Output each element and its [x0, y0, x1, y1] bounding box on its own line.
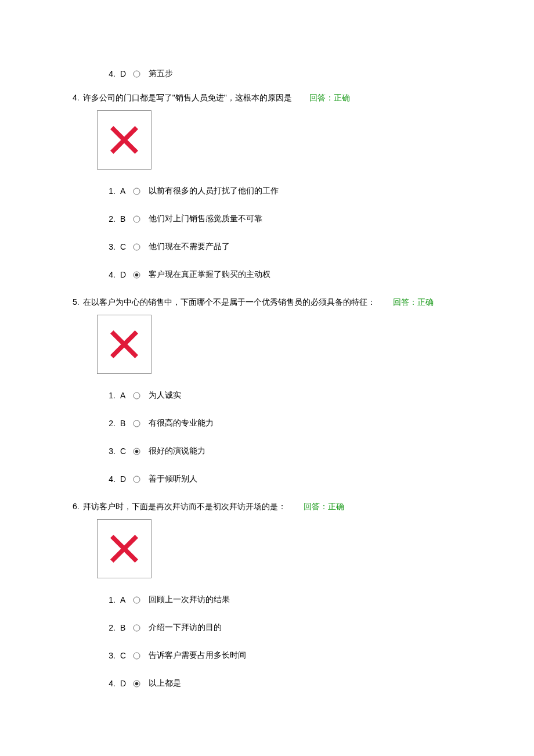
- option-letter: D: [120, 474, 128, 484]
- svg-point-14: [134, 476, 140, 483]
- cross-icon: [97, 519, 151, 578]
- svg-point-7: [135, 273, 139, 276]
- option-number: 3.: [100, 447, 116, 456]
- option-text: 他们现在不需要产品了: [149, 242, 230, 252]
- answer-status: 回答：正确: [309, 93, 350, 103]
- option-number: 4.: [100, 69, 116, 78]
- option-text: 善于倾听别人: [149, 474, 197, 484]
- question-number: 4.: [73, 93, 80, 102]
- svg-point-18: [134, 625, 140, 631]
- radio-unselected[interactable]: [133, 70, 140, 78]
- radio-unselected[interactable]: [133, 243, 140, 251]
- option-text: 第五步: [149, 69, 173, 79]
- option-letter: C: [120, 242, 128, 251]
- option-row: 3.C他们现在不需要产品了: [100, 242, 461, 252]
- svg-point-0: [134, 71, 140, 77]
- option-letter: A: [120, 186, 128, 196]
- questions-container: 4.许多公司的门口都是写了"销售人员免进"，这根本的原因是回答：正确1.A以前有…: [73, 93, 461, 689]
- option-number: 1.: [100, 595, 116, 604]
- option-letter: B: [120, 623, 128, 632]
- option-row: 4.D以上都是: [100, 678, 461, 689]
- option-number: 2.: [100, 214, 116, 224]
- option-row: 4.D善于倾听别人: [100, 474, 461, 484]
- option-text: 以上都是: [149, 678, 181, 689]
- option-row: 2.B介绍一下拜访的目的: [100, 622, 461, 633]
- svg-point-3: [134, 188, 140, 195]
- radio-unselected[interactable]: [133, 476, 140, 483]
- question-text: 许多公司的门口都是写了"销售人员免进"，这根本的原因是: [83, 93, 292, 103]
- option-text: 他们对上门销售感觉质量不可靠: [149, 214, 262, 224]
- radio-unselected[interactable]: [133, 624, 140, 632]
- radio-selected[interactable]: [133, 448, 140, 455]
- options-list: 1.A回顾上一次拜访的结果2.B介绍一下拜访的目的3.C告诉客户需要占用多长时间…: [100, 595, 461, 689]
- options-list: 1.A为人诚实2.B有很高的专业能力3.C很好的演说能力4.D善于倾听别人: [100, 390, 461, 484]
- radio-unselected[interactable]: [133, 652, 140, 660]
- option-number: 2.: [100, 623, 116, 632]
- option-number: 4.: [100, 474, 116, 484]
- question-text: 在以客户为中心的销售中，下面哪个不是属于一个优秀销售员的必须具备的特征：: [83, 297, 376, 308]
- option-letter: A: [120, 595, 128, 604]
- option-number: 4.: [100, 679, 116, 688]
- option-letter: D: [120, 69, 128, 78]
- option-number: 3.: [100, 242, 116, 251]
- radio-unselected[interactable]: [133, 188, 140, 195]
- svg-point-19: [134, 653, 140, 659]
- option-letter: B: [120, 214, 128, 224]
- option-text: 很好的演说能力: [149, 446, 205, 456]
- svg-point-11: [134, 420, 140, 427]
- option-number: 3.: [100, 651, 116, 660]
- option-row: 1.A以前有很多的人员打扰了他们的工作: [100, 186, 461, 196]
- prev-question-option-d: 4. D 第五步: [100, 69, 461, 79]
- question-number: 5.: [73, 297, 80, 307]
- question-text: 拜访客户时，下面是再次拜访而不是初次拜访开场的是：: [83, 502, 286, 512]
- svg-point-17: [134, 597, 140, 603]
- option-number: 4.: [100, 270, 116, 279]
- question-number: 6.: [73, 502, 80, 511]
- option-letter: D: [120, 270, 128, 279]
- option-row: 2.B有很高的专业能力: [100, 418, 461, 429]
- page: 4. D 第五步 4.许多公司的门口都是写了"销售人员免进"，这根本的原因是回答…: [0, 0, 534, 741]
- radio-unselected[interactable]: [133, 596, 140, 604]
- cross-icon: [97, 110, 151, 170]
- radio-unselected[interactable]: [133, 215, 140, 223]
- option-text: 以前有很多的人员打扰了他们的工作: [149, 186, 279, 196]
- svg-point-5: [134, 244, 140, 250]
- option-text: 回顾上一次拜访的结果: [149, 595, 230, 605]
- options-list: 1.A以前有很多的人员打扰了他们的工作2.B他们对上门销售感觉质量不可靠3.C他…: [100, 186, 461, 280]
- option-letter: C: [120, 651, 128, 660]
- question-header: 5.在以客户为中心的销售中，下面哪个不是属于一个优秀销售员的必须具备的特征：回答…: [73, 297, 461, 308]
- option-row: 1.A为人诚实: [100, 390, 461, 401]
- svg-point-13: [135, 449, 139, 453]
- option-text: 有很高的专业能力: [149, 418, 214, 429]
- option-row: 3.C告诉客户需要占用多长时间: [100, 650, 461, 661]
- question-header: 4.许多公司的门口都是写了"销售人员免进"，这根本的原因是回答：正确: [73, 93, 461, 103]
- radio-unselected[interactable]: [133, 420, 140, 427]
- answer-status: 回答：正确: [304, 502, 344, 512]
- cross-icon: [97, 315, 151, 374]
- option-letter: C: [120, 447, 128, 456]
- option-number: 1.: [100, 391, 116, 400]
- option-row: 2.B他们对上门销售感觉质量不可靠: [100, 214, 461, 224]
- radio-selected[interactable]: [133, 680, 140, 687]
- option-row: 1.A回顾上一次拜访的结果: [100, 595, 461, 605]
- option-letter: B: [120, 419, 128, 428]
- option-number: 2.: [100, 419, 116, 428]
- option-number: 1.: [100, 186, 116, 196]
- option-text: 介绍一下拜访的目的: [149, 622, 222, 633]
- radio-unselected[interactable]: [133, 392, 140, 399]
- option-row: 3.C很好的演说能力: [100, 446, 461, 456]
- question-block: 4.许多公司的门口都是写了"销售人员免进"，这根本的原因是回答：正确1.A以前有…: [73, 93, 461, 280]
- option-text: 客户现在真正掌握了购买的主动权: [149, 269, 270, 280]
- svg-point-4: [134, 216, 140, 222]
- radio-selected[interactable]: [133, 271, 140, 279]
- question-block: 6.拜访客户时，下面是再次拜访而不是初次拜访开场的是：回答：正确1.A回顾上一次…: [73, 502, 461, 689]
- svg-point-10: [134, 393, 140, 399]
- option-letter: A: [120, 391, 128, 400]
- answer-status: 回答：正确: [393, 297, 434, 308]
- svg-point-21: [135, 682, 139, 685]
- question-block: 5.在以客户为中心的销售中，下面哪个不是属于一个优秀销售员的必须具备的特征：回答…: [73, 297, 461, 484]
- option-text: 告诉客户需要占用多长时间: [149, 650, 246, 661]
- option-text: 为人诚实: [149, 390, 181, 401]
- option-row: 4.D客户现在真正掌握了购买的主动权: [100, 269, 461, 280]
- option-letter: D: [120, 679, 128, 688]
